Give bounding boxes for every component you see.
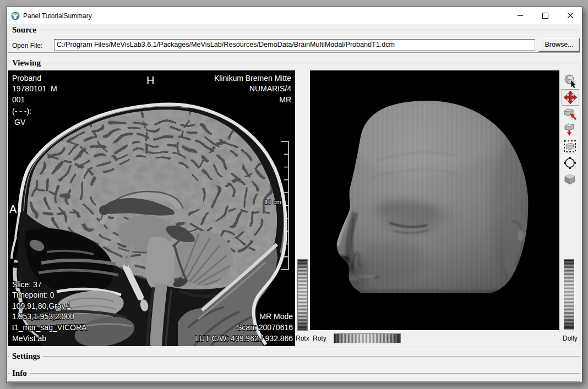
svg-text:Scan: 20070616: Scan: 20070616 xyxy=(237,323,293,332)
svg-text:MR: MR xyxy=(279,95,291,104)
svg-text:109,91,80,Gray,1: 109,91,80,Gray,1 xyxy=(12,302,71,310)
svg-text:001: 001 xyxy=(12,95,25,104)
svg-text:(- - -):: (- - -): xyxy=(12,107,31,116)
svg-text:GV: GV xyxy=(14,118,26,127)
svg-text:H: H xyxy=(146,74,154,86)
svg-text:NUMARIS/4: NUMARIS/4 xyxy=(249,84,291,93)
svg-text:Klinikum Bremen Mitte: Klinikum Bremen Mitte xyxy=(214,74,291,83)
svg-text:19780101 M: 19780101 M xyxy=(12,84,57,93)
svg-text:LUT C/W: 439.962 / 932.866: LUT C/W: 439.962 / 932.866 xyxy=(195,334,293,343)
svg-text:Timepoint: 0: Timepoint: 0 xyxy=(12,291,55,299)
svg-text:MR Mode: MR Mode xyxy=(259,312,293,321)
svg-text:1.953,1.953,2.000: 1.953,1.953,2.000 xyxy=(12,312,74,321)
svg-text:Slice: 37: Slice: 37 xyxy=(12,280,42,289)
svg-text:A: A xyxy=(9,203,17,215)
svg-text:10 cm: 10 cm xyxy=(265,199,281,205)
svg-text:t1_mpr_sag_VICORA: t1_mpr_sag_VICORA xyxy=(12,323,87,332)
svg-text:MeVisLab: MeVisLab xyxy=(12,334,46,343)
svg-text:Proband: Proband xyxy=(12,74,41,83)
